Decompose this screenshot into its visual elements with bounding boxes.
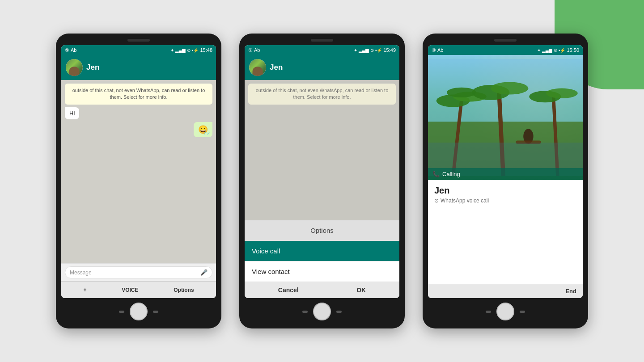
msg-input-field-1[interactable]: Message 🎤 [65,266,212,278]
nav-center-2[interactable] [313,303,331,320]
avatar-image-1 [66,59,83,76]
bluetooth-icon-3: ✦ [537,48,541,53]
signal-icon-3: ▂▄▆ [542,48,552,53]
tick-icon-1: ✓✓ [203,131,210,136]
nav-left-3[interactable] [486,311,491,313]
phone-speaker-1 [127,39,150,42]
msg-input-bar-1: Message 🎤 [61,263,216,281]
menu-item-view-contact-2[interactable]: View contact [245,261,399,282]
nav-left-2[interactable] [302,311,308,313]
nav-right-1[interactable] [153,311,158,313]
phone-nav-2 [245,298,399,323]
menu-item-voice-call-2[interactable]: Voice call [245,241,399,261]
status-app-icon-3: ⑨ [432,47,436,53]
status-left-2: ⑨ Ab [248,47,260,53]
nav-right-3[interactable] [520,311,525,313]
msg-sent-1: 😀 ✓✓ [194,122,212,137]
bottom-options-1[interactable]: Options [174,287,194,293]
time-1: 15:48 [200,47,212,53]
phones-container: ⑨ Ab ✦ ▂▄▆ ⊙ ▪⚡ 15:48 Jen [56,34,588,328]
avatar-2 [249,59,266,76]
phone-screen-1: ⑨ Ab ✦ ▂▄▆ ⊙ ▪⚡ 15:48 Jen [61,45,216,298]
contact-name-2: Jen [270,63,283,72]
phone-speaker-3 [494,39,517,42]
options-menu-2: Options Voice call View contact [245,220,399,282]
msg-received-1: Hi [65,107,79,119]
chat-with-overlay-2: outside of this chat, not even WhatsApp,… [245,80,399,298]
mic-icon-1: 🎤 [200,269,208,276]
status-text-1: Ab [71,47,76,53]
phone-1: ⑨ Ab ✦ ▂▄▆ ⊙ ▪⚡ 15:48 Jen [56,34,221,328]
encryption-notice-2: outside of this chat, not even WhatsApp,… [248,84,396,105]
chat-body-1: outside of this chat, not even WhatsApp,… [61,80,216,263]
phone-2: ⑨ Ab ✦ ▂▄▆ ⊙ ▪⚡ 15:49 Jen [239,34,405,328]
call-end-bar-3: End [428,284,583,298]
status-right-2: ✦ ▂▄▆ ⊙ ▪⚡ 15:49 [354,47,396,53]
time-2: 15:49 [383,47,396,53]
call-name-3: Jen [434,185,576,196]
call-subtitle-text-3: WhatsApp voice call [441,198,489,204]
svg-point-5 [447,88,476,97]
call-subtitle-3: ⊙ WhatsApp voice call [434,198,576,204]
status-app-icon-1: ⑨ [65,47,69,53]
msg-placeholder-1: Message [70,269,92,276]
phone-nav-3 [428,298,583,323]
battery-icon-2: ▪⚡ [375,48,382,53]
calling-text-3: Calling [442,171,460,177]
status-left-1: ⑨ Ab [65,47,76,53]
status-right-3: ✦ ▂▄▆ ⊙ ▪⚡ 15:50 [537,47,579,53]
status-text-3: Ab [437,47,443,53]
bottom-bar-1: + VOICE Options [61,281,216,298]
avatar-1 [66,59,83,76]
status-text-2: Ab [254,47,260,53]
avatar-image-2 [249,59,266,76]
svg-point-8 [491,82,528,95]
status-right-1: ✦ ▂▄▆ ⊙ ▪⚡ 15:48 [170,47,212,53]
phone-3: ⑨ Ab ✦ ▂▄▆ ⊙ ▪⚡ 15:50 [423,34,588,328]
calling-badge-3: 📞 Calling [428,168,583,180]
phone-screen-3: ⑨ Ab ✦ ▂▄▆ ⊙ ▪⚡ 15:50 [428,45,583,298]
dimmed-chat-area-2: outside of this chat, not even WhatsApp,… [245,80,399,220]
wifi-icon-3: ⊙ [554,48,557,53]
chat-header-1: Jen [61,55,216,80]
wifi-icon-2: ⊙ [370,48,374,53]
menu-title-2: Options [245,220,399,241]
svg-point-11 [546,88,578,98]
palm-scene-svg [428,55,583,180]
phone-speaker-2 [311,39,333,42]
bottom-plus-1[interactable]: + [83,287,86,293]
call-photo-3: 📞 Calling [428,55,583,180]
bluetooth-icon-2: ✦ [354,48,357,53]
encryption-notice-1: outside of this chat, not even WhatsApp,… [65,84,212,105]
battery-icon-1: ▪⚡ [192,48,199,53]
nav-left-1[interactable] [119,311,124,313]
whatsapp-icon-3: ⊙ [434,198,439,204]
ok-button-2[interactable]: OK [356,286,366,294]
nav-right-2[interactable] [336,311,342,313]
call-photo-inner-3 [428,55,583,180]
bottom-voice-1[interactable]: VOICE [122,287,138,293]
status-bar-1: ⑨ Ab ✦ ▂▄▆ ⊙ ▪⚡ 15:48 [61,45,216,55]
nav-center-1[interactable] [130,303,148,320]
calling-phone-icon-3: 📞 [432,171,440,177]
battery-icon-3: ▪⚡ [559,48,566,53]
cancel-button-2[interactable]: Cancel [278,286,299,294]
status-bar-2: ⑨ Ab ✦ ▂▄▆ ⊙ ▪⚡ 15:49 [245,45,399,55]
menu-actions-2: Cancel OK [245,282,399,298]
phone-screen-2: ⑨ Ab ✦ ▂▄▆ ⊙ ▪⚡ 15:49 Jen [245,45,399,298]
signal-icon-1: ▂▄▆ [175,48,186,53]
bluetooth-icon-1: ✦ [170,48,174,53]
status-left-3: ⑨ Ab [432,47,443,53]
phone-nav-1 [61,298,216,323]
time-3: 15:50 [567,47,579,53]
wifi-icon-1: ⊙ [187,48,191,53]
status-bar-3: ⑨ Ab ✦ ▂▄▆ ⊙ ▪⚡ 15:50 [428,45,583,55]
end-button-3[interactable]: End [565,288,576,295]
nav-center-3[interactable] [496,303,514,320]
chat-header-2: Jen [245,55,399,80]
call-info-3: Jen ⊙ WhatsApp voice call [428,180,583,284]
contact-name-1: Jen [86,63,99,72]
signal-icon-2: ▂▄▆ [359,48,369,53]
status-app-icon-2: ⑨ [248,47,253,53]
